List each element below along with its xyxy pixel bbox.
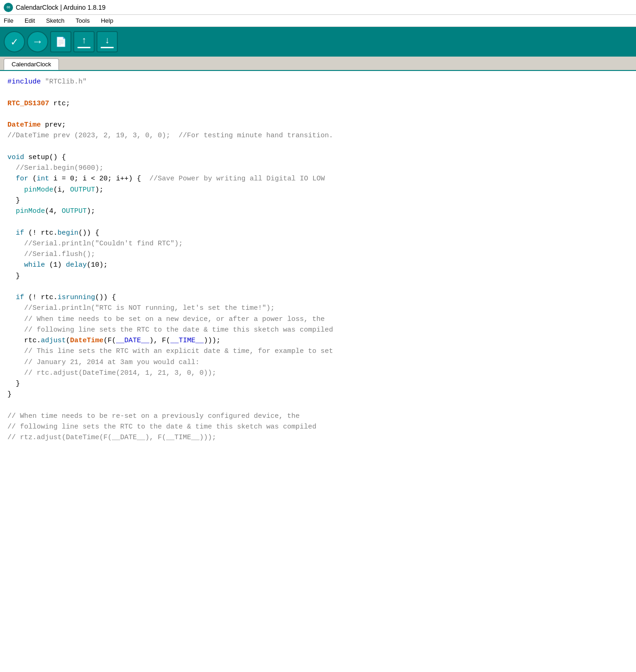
- upload-button[interactable]: →: [27, 31, 48, 52]
- menu-sketch[interactable]: Sketch: [44, 16, 66, 25]
- code-line-18a: while: [24, 261, 45, 269]
- menu-edit[interactable]: Edit: [23, 16, 37, 25]
- code-editor[interactable]: #include "RTClib.h" RTC_DS1307 rtc; Date…: [0, 71, 636, 672]
- code-line-22: // When time needs to be set on a new de…: [24, 315, 325, 323]
- code-line-9: //Serial.begin(9600);: [16, 164, 103, 172]
- code-line-3: RTC_DS1307: [7, 100, 49, 108]
- tab-calendarclock[interactable]: CalendarClock: [4, 58, 59, 70]
- code-line-21: //Serial.println("RTC is NOT running, le…: [24, 304, 275, 312]
- toolbar: ✓ → 📄 ↑ ↓: [0, 27, 636, 57]
- code-line-24a: rtc.: [24, 337, 41, 345]
- code-line-6: //DateTime prev (2023, 2, 19, 3, 0, 0); …: [7, 132, 333, 140]
- menu-file[interactable]: File: [2, 16, 15, 25]
- code-line-1: #include "RTClib.h": [7, 78, 87, 86]
- code-line-32: // following line sets the RTC to the da…: [7, 423, 316, 431]
- code-line-33: // rtz.adjust(DateTime(F(__DATE__), F(__…: [7, 434, 216, 442]
- open-icon: ↑: [81, 35, 87, 46]
- code-line-31: // When time needs to be re-set on a pre…: [7, 412, 300, 420]
- code-line-23: // following line sets the RTC to the da…: [24, 326, 333, 334]
- new-icon: 📄: [55, 36, 67, 48]
- title-bar: ∞ CalendarClock | Arduino 1.8.19: [0, 0, 636, 15]
- code-line-15a: if: [16, 229, 24, 237]
- code-line-11: pinMode: [24, 186, 53, 194]
- code-line-8a: void: [7, 154, 24, 161]
- code-line-20a: if: [16, 294, 24, 301]
- menu-tools[interactable]: Tools: [74, 16, 91, 25]
- code-line-16: //Serial.println("Couldn't find RTC");: [24, 240, 183, 248]
- save-button[interactable]: ↓: [96, 31, 118, 52]
- save-icon: ↓: [104, 35, 110, 46]
- tabs-bar: CalendarClock: [0, 57, 636, 71]
- verify-button[interactable]: ✓: [4, 31, 25, 52]
- window-title: CalendarClock | Arduino 1.8.19: [16, 4, 106, 11]
- new-button[interactable]: 📄: [50, 31, 71, 52]
- code-line-26: // January 21, 2014 at 3am you would cal…: [24, 358, 199, 366]
- app-icon: ∞: [4, 3, 13, 12]
- open-button[interactable]: ↑: [73, 31, 95, 52]
- code-line-13: pinMode: [16, 207, 45, 215]
- code-line-10a: for: [16, 175, 28, 183]
- code-line-17: //Serial.flush();: [24, 250, 95, 258]
- code-line-27: // rtc.adjust(DateTime(2014, 1, 21, 3, 0…: [24, 369, 216, 377]
- upload-icon: →: [34, 36, 41, 48]
- code-line-25: // This line sets the RTC with an explic…: [24, 347, 333, 355]
- menu-bar: File Edit Sketch Tools Help: [0, 15, 636, 27]
- menu-help[interactable]: Help: [99, 16, 115, 25]
- verify-icon: ✓: [11, 35, 18, 49]
- code-line-5: DateTime: [7, 121, 41, 129]
